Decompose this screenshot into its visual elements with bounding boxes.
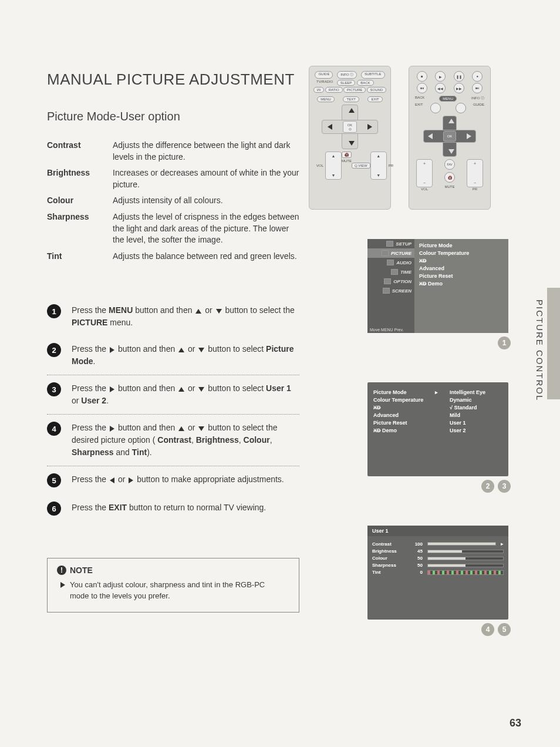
pause-button[interactable]: ❚❚ <box>454 71 464 82</box>
skip-fwd-button[interactable]: ⏭ <box>472 83 483 93</box>
play-button[interactable]: ▶ <box>435 71 446 82</box>
nav-pad[interactable]: OK⊙ <box>322 105 378 149</box>
param-row: Contrast100 ▸ <box>372 541 504 547</box>
osd-option: Dynamic <box>450 397 502 403</box>
osd-item: XD <box>373 405 438 410</box>
osd-item: Picture Reset <box>373 420 438 426</box>
fav-button[interactable]: FAV <box>444 159 455 170</box>
definition-row: Brightness Increases or decreases amount… <box>47 167 299 190</box>
osd-screen-2: Picture Mode▸ Colour Temperature XD Adva… <box>367 382 508 476</box>
step-number-2: 2 <box>47 343 61 357</box>
guide-button[interactable]: GUIDE <box>315 71 333 79</box>
sleep-button[interactable]: SLEEP <box>337 80 355 86</box>
record-button[interactable]: ● <box>472 71 483 82</box>
nav-right-icon[interactable] <box>467 133 471 139</box>
picture-button[interactable]: PICTURE <box>343 87 366 93</box>
ratio-button[interactable]: RATIO <box>325 87 343 93</box>
osd-option: User 2 <box>450 428 502 433</box>
step-number-6: 6 <box>47 502 61 516</box>
note-box: ! NOTE You can't adjust colour, sharpnes… <box>47 558 299 612</box>
mute-label: MUTE <box>445 185 455 189</box>
osd-menu-item: SETUP <box>367 239 414 248</box>
rewind-button[interactable]: ◀◀ <box>435 83 446 93</box>
nav-down-icon[interactable] <box>349 141 355 146</box>
skip-back-button[interactable]: ⏮ <box>417 83 427 93</box>
ok-button[interactable]: OK <box>443 131 456 142</box>
ref-badge: 2 <box>481 480 494 493</box>
osd-item: Advanced <box>419 265 504 271</box>
triangle-right-icon <box>60 582 65 588</box>
ok-button[interactable]: OK⊙ <box>343 121 357 133</box>
definition-term: Contrast <box>47 140 113 163</box>
nav-left-icon[interactable] <box>428 133 433 139</box>
vol-label: VOL <box>421 187 428 191</box>
triangle-right-icon <box>129 477 133 483</box>
definition-row: Sharpness Adjusts the level of crispness… <box>47 211 299 246</box>
back-round-button[interactable] <box>430 103 441 113</box>
param-row: Colour50 <box>372 556 504 561</box>
osd-item: XD Demo <box>419 281 504 287</box>
pr-rocker[interactable]: ▲▼ <box>370 152 387 180</box>
back-label: BACK <box>415 96 424 102</box>
osd-option: Intelligent Eye <box>450 389 502 395</box>
step-text: Press the MENU button and then or button… <box>72 304 299 329</box>
param-row: Brightness45 <box>372 549 504 554</box>
definition-term: Colour <box>47 195 113 207</box>
nav-down-icon[interactable] <box>448 149 454 154</box>
exit-button[interactable]: EXIT <box>367 96 382 102</box>
osd-option-selected: √ Standard <box>450 405 502 410</box>
osd-option: User 1 <box>450 420 502 426</box>
definition-term: Tint <box>47 251 113 263</box>
mute-button[interactable]: 🔇 <box>444 172 455 183</box>
alert-icon: ! <box>57 566 66 575</box>
triangle-up-icon <box>195 309 201 314</box>
osd-menu-item: SCREEN <box>367 286 414 295</box>
info-button[interactable]: INFO ⓘ <box>337 71 357 79</box>
nav-up-icon[interactable] <box>349 108 355 113</box>
nav-up-icon[interactable] <box>448 119 454 123</box>
step-number-3: 3 <box>47 382 61 396</box>
triangle-left-icon <box>110 477 114 483</box>
step-text: Press the button and then or button to s… <box>72 422 299 459</box>
step-number-5: 5 <box>47 473 61 487</box>
pr-label: PR <box>389 164 393 167</box>
osd-item: XD <box>419 258 504 264</box>
forward-button[interactable]: ▶▶ <box>454 83 464 93</box>
info-label: INFO ⓘ <box>471 96 484 102</box>
step-text: Press the button and then or button to s… <box>72 343 299 368</box>
ref-badge: 5 <box>498 623 511 636</box>
i-ii-button[interactable]: I/II <box>313 87 325 93</box>
bar-icon <box>427 550 504 553</box>
definition-term: Sharpness <box>47 211 113 246</box>
page-subtitle: Picture Mode-User option <box>47 110 299 123</box>
stop-button[interactable]: ■ <box>417 71 427 82</box>
bar-icon <box>427 557 504 560</box>
triangle-right-icon <box>110 426 114 432</box>
nav-left-icon[interactable] <box>328 124 332 130</box>
text-button[interactable]: TEXT <box>343 96 359 102</box>
definition-row: Contrast Adjusts the difference between … <box>47 140 299 163</box>
sound-button[interactable]: SOUND <box>367 87 387 93</box>
triangle-right-icon <box>110 347 114 353</box>
subtitle-button[interactable]: SUBTITLE <box>361 71 385 79</box>
osd-screen-1: SETUP PICTURE AUDIO TIME OPTION SCREEN P… <box>367 239 508 333</box>
menu-button[interactable]: MENU <box>439 96 457 102</box>
qview-button[interactable]: Q.VIEW <box>352 163 370 169</box>
nav-right-icon[interactable] <box>367 124 372 130</box>
nav-pad[interactable]: OK <box>423 116 476 157</box>
volume-rocker[interactable]: +− <box>416 159 433 187</box>
triangle-down-icon <box>198 426 204 431</box>
steps-list: 1 Press the MENU button and then or butt… <box>47 297 299 523</box>
step-text: Press the EXIT button to return to norma… <box>72 502 299 516</box>
menu-button[interactable]: MENU <box>317 96 335 102</box>
volume-rocker[interactable]: ▲▼ <box>325 152 342 180</box>
pr-rocker[interactable]: +− <box>467 159 483 187</box>
triangle-up-icon <box>178 387 184 392</box>
info-round-button[interactable] <box>456 103 466 113</box>
definition-term: Brightness <box>47 167 113 190</box>
triangle-up-icon <box>178 426 184 431</box>
mute-button[interactable]: 🔇 <box>342 152 352 158</box>
back-button[interactable]: BACK <box>357 80 373 86</box>
osd-item: Colour Temperature <box>419 250 504 256</box>
param-row: Sharpness50 <box>372 563 504 568</box>
